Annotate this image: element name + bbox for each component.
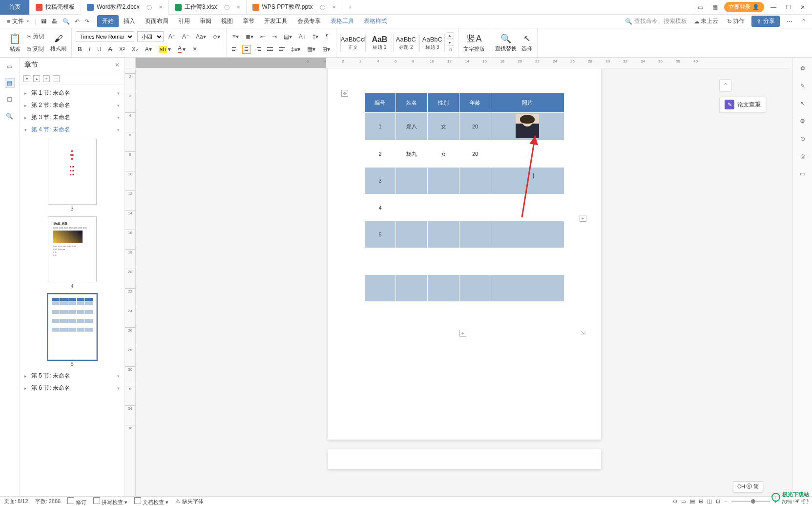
align-distribute-button[interactable] (277, 45, 286, 54)
qat-print-icon[interactable]: 🖶 (50, 17, 60, 26)
tab-home[interactable]: 首页 (0, 0, 30, 15)
user-icon: 👤 (752, 4, 759, 10)
cloud-icon: ☁ (694, 18, 700, 25)
grid-icon[interactable]: ▦ (709, 4, 720, 11)
clear-format-button[interactable]: ◇▾ (211, 32, 222, 41)
style-heading1[interactable]: AaB标题 1 (367, 34, 392, 52)
cloud-status[interactable]: ☁未上云 (692, 16, 720, 26)
menu-开始[interactable]: 开始 (97, 15, 119, 27)
find-replace-button[interactable]: 🔍查找替换 (494, 31, 518, 54)
underline-button[interactable]: U (95, 45, 104, 54)
select-button[interactable]: ↖选择 (521, 31, 533, 54)
qat-undo-icon[interactable]: ↶ (73, 17, 82, 26)
tab-word-doc[interactable]: Word教程2.docx ◯ ✕ (81, 0, 169, 15)
styles-scroll-down[interactable]: ▾ (447, 40, 454, 46)
styles-scroll-up[interactable]: ▴ (447, 32, 454, 39)
file-menu-label: 文件 (12, 17, 24, 25)
sort-button[interactable]: A↓ (297, 32, 308, 41)
change-case-button[interactable]: Aa▾ (194, 32, 208, 41)
paste-button[interactable]: 📋 粘贴 (8, 31, 22, 55)
command-search[interactable]: 🔍 查找命令、搜索模板 (625, 17, 687, 25)
subscript-button[interactable]: X₂ (130, 45, 140, 54)
tab-unsaved-icon: ◯ (224, 4, 229, 10)
text-direction-button[interactable]: ▤▾ (282, 32, 294, 41)
superscript-button[interactable]: X² (117, 45, 127, 54)
login-button[interactable]: 立即登录👤 (724, 2, 764, 12)
close-icon[interactable]: ✕ (332, 4, 336, 10)
menubar: ≡ 文件 ▾ | 🖬 🖶 🔍 ↶ ↷ 开始插入页面布局引用审阅视图章节开发工具会… (0, 15, 812, 28)
ribbon: 📋 粘贴 ✂剪切 ⧉复制 🖌 格式刷 Times New Roman 小四 A⁺… (0, 28, 812, 58)
style-heading3[interactable]: AaBbC标题 3 (419, 34, 445, 52)
indent-inc-button[interactable]: ⇥ (270, 32, 279, 41)
styles-more[interactable]: ⊟ (447, 47, 454, 53)
share-button[interactable]: ⇪分享 (751, 16, 780, 27)
indent-dec-button[interactable]: ⇤ (258, 32, 267, 41)
menu-插入[interactable]: 插入 (119, 15, 140, 27)
collapse-ribbon[interactable]: ⌃ (799, 17, 808, 26)
menu-开发工具[interactable]: 开发工具 (259, 15, 292, 27)
align-center-button[interactable] (242, 45, 251, 54)
para-spacing-button[interactable]: ‡≡▾ (289, 45, 303, 54)
text-layout-button[interactable]: 竖A文字排版 (462, 31, 486, 55)
menu-章节[interactable]: 章节 (238, 15, 259, 27)
font-size-select[interactable]: 小四 (137, 31, 164, 42)
font-effects-button[interactable]: A▾ (143, 45, 154, 54)
tab-docer[interactable]: 找稿壳模板 (30, 0, 81, 15)
style-normal[interactable]: AaBbCcI正文 (340, 34, 366, 52)
window-close-button[interactable]: ✕ (797, 4, 808, 11)
highlight-button[interactable]: ab▾ (157, 45, 173, 54)
reading-mode-icon[interactable]: ▭ (695, 4, 706, 11)
bold-button[interactable]: B (76, 45, 84, 54)
close-icon[interactable]: ✕ (159, 4, 163, 10)
menu-会员专享[interactable]: 会员专享 (292, 15, 326, 27)
qat-save-icon[interactable]: 🖬 (39, 17, 49, 26)
cut-button[interactable]: ✂剪切 (25, 31, 46, 42)
font-color-button[interactable]: A▾ (176, 44, 187, 54)
titlebar: 首页 找稿壳模板 Word教程2.docx ◯ ✕ 工作簿3.xlsx ◯ ✕ … (0, 0, 812, 15)
show-marks-button[interactable]: ¶ (323, 32, 330, 41)
search-placeholder: 查找命令、搜索模板 (634, 17, 687, 25)
tab-unsaved-icon: ◯ (320, 4, 325, 10)
file-menu[interactable]: ≡ 文件 ▾ (4, 17, 32, 25)
copy-button[interactable]: ⧉复制 (25, 44, 46, 54)
minimize-button[interactable]: — (768, 4, 779, 11)
tab-ppt[interactable]: WPS PPT教程.pptx ◯ ✕ (247, 0, 342, 15)
menu-视图[interactable]: 视图 (216, 15, 238, 27)
ppt-icon (252, 4, 259, 11)
styles-gallery[interactable]: AaBbCcI正文 AaB标题 1 AaBbC标题 2 AaBbC标题 3 ▴ … (340, 32, 454, 53)
grow-font-button[interactable]: A⁺ (167, 32, 177, 41)
maximize-button[interactable]: ☐ (783, 4, 793, 11)
tab-label: Word教程2.docx (97, 3, 140, 11)
align-right-button[interactable] (254, 45, 263, 54)
menu-表格样式[interactable]: 表格样式 (359, 15, 392, 27)
strike-button[interactable]: A (106, 45, 114, 54)
qat-redo-icon[interactable]: ↷ (83, 17, 91, 26)
tab-xls[interactable]: 工作簿3.xlsx ◯ ✕ (169, 0, 247, 15)
format-painter-button[interactable]: 🖌 格式刷 (49, 32, 67, 54)
shrink-font-button[interactable]: A⁻ (180, 32, 191, 41)
shading-button[interactable]: ▦▾ (305, 45, 317, 54)
borders-button[interactable]: ⊞▾ (320, 45, 332, 54)
collab-icon: ↻ (727, 18, 732, 25)
menu-页面布局[interactable]: 页面布局 (140, 15, 173, 27)
line-spacing-button[interactable]: ‡▾ (311, 32, 321, 41)
align-left-button[interactable] (230, 45, 239, 54)
menu-表格工具[interactable]: 表格工具 (326, 15, 359, 27)
font-name-select[interactable]: Times New Roman (76, 31, 134, 42)
menu-icon: ≡ (7, 18, 10, 25)
sheets-icon (175, 4, 182, 11)
qat-preview-icon[interactable]: 🔍 (61, 17, 72, 26)
more-menu[interactable]: ⋯ (785, 17, 794, 26)
style-heading2[interactable]: AaBbC标题 2 (393, 34, 418, 52)
numbering-button[interactable]: ≣▾ (244, 32, 255, 41)
align-justify-button[interactable] (266, 45, 274, 54)
new-tab-button[interactable]: ＋ (342, 3, 358, 11)
menu-引用[interactable]: 引用 (173, 15, 195, 27)
char-shading-button[interactable]: ☒ (190, 45, 200, 54)
collaborate-button[interactable]: ↻协作 (725, 16, 747, 26)
close-icon[interactable]: ✕ (236, 4, 240, 10)
copy-icon: ⧉ (27, 46, 31, 53)
bullets-button[interactable]: ≡▾ (230, 32, 241, 41)
menu-审阅[interactable]: 审阅 (195, 15, 216, 27)
italic-button[interactable]: I (87, 45, 92, 54)
